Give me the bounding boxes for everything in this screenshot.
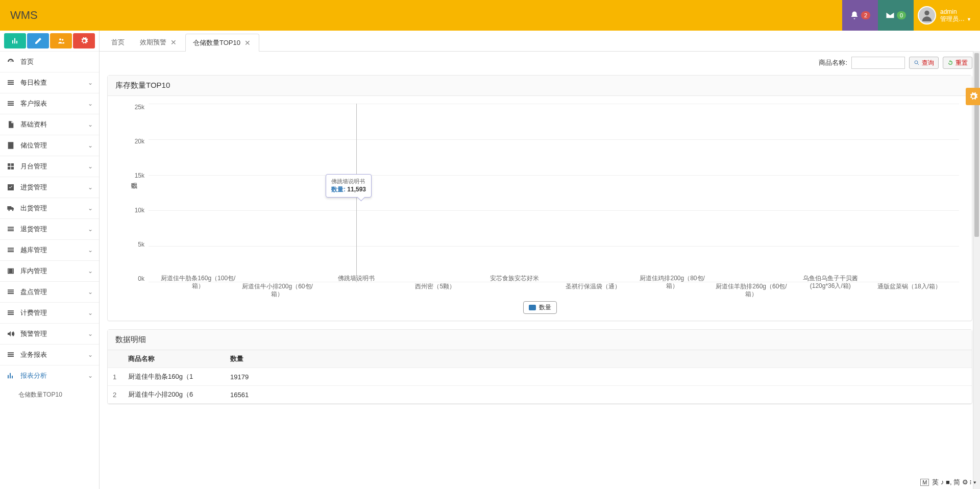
list-icon	[6, 225, 15, 233]
col-qty: 数量	[225, 350, 972, 368]
sidebar-item-11[interactable]: 盘点管理⌄	[0, 281, 99, 302]
sidebar-item-9[interactable]: 越库管理⌄	[0, 239, 99, 260]
sidebar-item-3[interactable]: 基础资料⌄	[0, 114, 99, 135]
search-label: 商品名称:	[819, 58, 847, 67]
gear-icon	[80, 37, 88, 45]
sidebar-item-2[interactable]: 客户报表⌄	[0, 93, 99, 114]
sb-btn-settings[interactable]	[73, 33, 95, 48]
sidebar-item-0[interactable]: 首页	[0, 51, 99, 72]
sidebar-item-8[interactable]: 退货管理⌄	[0, 218, 99, 239]
user-role: 管理员…	[940, 15, 965, 22]
chevron-down-icon: ⌄	[88, 100, 93, 107]
search-row: 商品名称: 查询 重置	[107, 57, 972, 69]
svg-point-1	[59, 38, 61, 40]
reset-button[interactable]: 重置	[943, 57, 972, 69]
sidebar-item-7[interactable]: 出货管理⌄	[0, 198, 99, 218]
chart-title: 库存数量TOP10	[108, 76, 972, 96]
list-icon	[6, 79, 15, 87]
sidebar-subitem[interactable]: 仓储数量TOP10	[0, 386, 99, 403]
chevron-down-icon: ⌄	[88, 184, 93, 191]
truck-icon	[6, 204, 15, 212]
sidebar: 首页每日检查⌄客户报表⌄基础资料⌄储位管理⌄月台管理⌄进货管理⌄出货管理⌄退货管…	[0, 31, 100, 489]
table-row[interactable]: 2厨道佳牛小排200g（616561	[108, 386, 972, 404]
svg-point-3	[915, 61, 918, 64]
check-icon	[6, 183, 15, 191]
list-icon	[6, 288, 15, 296]
envelope-icon	[886, 11, 895, 20]
doc-icon	[6, 120, 15, 129]
gear-icon	[969, 92, 978, 101]
sidebar-item-5[interactable]: 月台管理⌄	[0, 156, 99, 177]
query-button[interactable]: 查询	[909, 57, 939, 69]
sidebar-item-13[interactable]: 预警管理⌄	[0, 323, 99, 344]
bell-icon	[850, 11, 859, 20]
chevron-down-icon: ⌄	[88, 267, 93, 275]
notif-badge: 2	[861, 11, 870, 19]
tab-0[interactable]: 效期预警✕	[132, 33, 185, 51]
settings-tab[interactable]	[966, 88, 980, 105]
sidebar-item-15[interactable]: 报表分析⌄	[0, 365, 99, 386]
notifications[interactable]: 2	[842, 0, 878, 31]
bar-chart[interactable]: 唱数 25k20k15k10k5k0k 厨道佳牛肋条160g（100包/箱）厨道…	[115, 104, 964, 313]
search-input[interactable]	[851, 57, 905, 69]
chevron-down-icon: ⌄	[88, 121, 93, 128]
refresh-icon	[947, 60, 953, 66]
dashboard-icon	[6, 58, 15, 66]
chevron-down-icon: ⌄	[88, 351, 93, 358]
close-icon[interactable]: ✕	[243, 39, 252, 47]
tab-1[interactable]: 仓储数量TOP10✕	[185, 34, 259, 52]
list-icon	[6, 351, 15, 359]
chart-panel: 库存数量TOP10 唱数 25k20k15k10k5k0k 厨道佳牛肋条160g…	[107, 75, 972, 321]
film-icon	[6, 267, 15, 275]
legend-swatch	[529, 305, 536, 310]
sidebar-item-14[interactable]: 业务报表⌄	[0, 344, 99, 365]
chart-tooltip: 佛跳墙说明书 数量: 11,593	[326, 174, 372, 198]
list-icon	[6, 246, 15, 254]
sidebar-item-1[interactable]: 每日检查⌄	[0, 72, 99, 93]
chevron-down-icon: ▼	[967, 17, 971, 22]
chevron-down-icon: ⌄	[88, 226, 93, 233]
chevron-down-icon: ⌄	[88, 142, 93, 149]
svg-point-2	[62, 39, 63, 40]
pencil-icon	[34, 37, 42, 45]
tab-home[interactable]: 首页	[104, 33, 132, 51]
user-icon	[920, 8, 934, 22]
search-icon	[914, 60, 920, 66]
col-name: 商品名称	[123, 350, 225, 368]
detail-title: 数据明细	[108, 330, 972, 350]
sb-btn-users[interactable]	[50, 33, 72, 48]
ime-indicator: M英 ♪ ■, 简 ⚙ ፧ ▾	[920, 478, 976, 487]
svg-point-0	[924, 11, 929, 15]
sb-btn-edit[interactable]	[27, 33, 49, 48]
chevron-down-icon: ⌄	[88, 288, 93, 296]
chart-legend[interactable]: 数量	[523, 301, 557, 314]
chevron-down-icon: ⌄	[88, 309, 93, 316]
table-row[interactable]: 1厨道佳牛肋条160g（119179	[108, 368, 972, 386]
sb-btn-stats[interactable]	[4, 33, 26, 48]
chevron-down-icon: ⌄	[88, 79, 93, 86]
building-icon	[6, 141, 15, 150]
msg-badge: 0	[897, 11, 906, 19]
close-icon[interactable]: ✕	[169, 38, 178, 46]
sidebar-item-4[interactable]: 储位管理⌄	[0, 135, 99, 156]
chevron-down-icon: ⌄	[88, 372, 93, 379]
chart-icon	[6, 372, 15, 380]
bars-icon	[11, 37, 19, 45]
chevron-down-icon: ⌄	[88, 330, 93, 337]
chevron-down-icon: ⌄	[88, 163, 93, 170]
scrollbar[interactable]	[973, 51, 980, 489]
chevron-down-icon: ⌄	[88, 247, 93, 254]
sidebar-item-6[interactable]: 进货管理⌄	[0, 177, 99, 198]
sidebar-item-10[interactable]: 库内管理⌄	[0, 260, 99, 281]
app-logo: WMS	[10, 9, 38, 22]
sound-icon	[6, 330, 15, 338]
content: 首页 效期预警✕仓储数量TOP10✕ 商品名称: 查询 重置 库存数量TOP10	[100, 31, 980, 489]
messages[interactable]: 0	[878, 0, 914, 31]
grid-icon	[6, 162, 15, 170]
chevron-down-icon: ⌄	[88, 205, 93, 212]
detail-table: 商品名称 数量 1厨道佳牛肋条160g（1191792厨道佳牛小排200g（61…	[108, 350, 972, 404]
tab-bar: 首页 效期预警✕仓储数量TOP10✕	[100, 31, 980, 52]
sidebar-item-12[interactable]: 计费管理⌄	[0, 302, 99, 323]
avatar	[918, 6, 936, 25]
user-menu[interactable]: admin 管理员…▼	[914, 0, 980, 31]
